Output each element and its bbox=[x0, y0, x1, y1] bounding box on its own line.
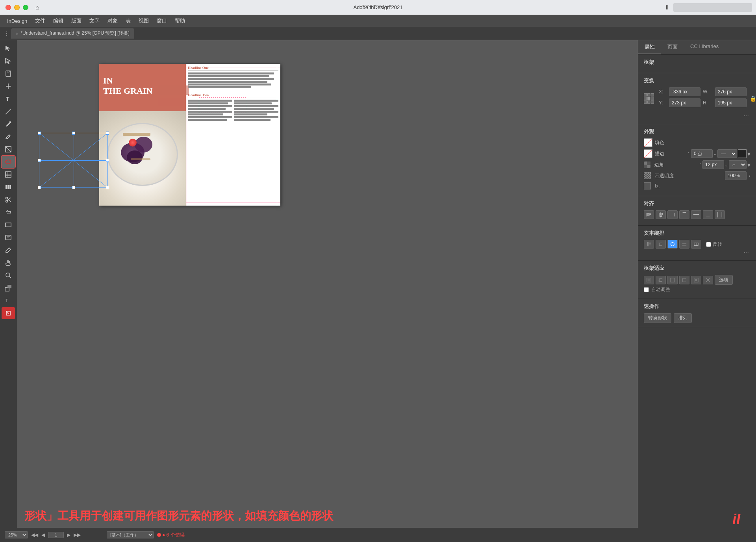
tab-pages[interactable]: 页面 bbox=[661, 40, 684, 54]
center-content[interactable] bbox=[691, 276, 701, 284]
wrap-object-shape[interactable] bbox=[667, 240, 678, 249]
zoom-tool[interactable] bbox=[2, 269, 15, 281]
stroke-value-input[interactable] bbox=[691, 149, 713, 158]
align-vertical-centers[interactable] bbox=[691, 210, 701, 219]
color-tool[interactable] bbox=[2, 282, 15, 294]
empty-frame-selected[interactable] bbox=[39, 133, 108, 188]
stroke-spinner-down[interactable]: ⌃ bbox=[713, 152, 717, 156]
mode-tool[interactable]: T bbox=[2, 295, 15, 306]
wrap-jump-object[interactable] bbox=[679, 240, 689, 249]
zoom-select[interactable]: 25% 50% 100% bbox=[5, 531, 28, 538]
pencil-tool[interactable] bbox=[2, 131, 15, 143]
maximize-button[interactable] bbox=[23, 5, 28, 10]
align-bottom-edges[interactable] bbox=[703, 210, 713, 219]
home-icon[interactable]: ⌂ bbox=[35, 4, 39, 11]
line-tool[interactable] bbox=[2, 106, 15, 117]
frame-tool[interactable] bbox=[2, 143, 15, 155]
type-tool[interactable]: T bbox=[2, 93, 15, 105]
fit-options-button[interactable]: 选项 bbox=[715, 275, 733, 285]
stroke-color-arrow[interactable]: ▾ bbox=[747, 150, 750, 158]
wrap-bounding-box[interactable] bbox=[656, 240, 666, 249]
opacity-expand[interactable]: › bbox=[749, 173, 750, 178]
direct-selection-tool[interactable] bbox=[2, 55, 15, 67]
auto-adjust-checkbox[interactable] bbox=[644, 287, 649, 292]
scissors-tool[interactable] bbox=[2, 194, 15, 206]
y-input[interactable] bbox=[669, 98, 700, 107]
transform-more[interactable]: ⋯ bbox=[644, 112, 750, 120]
minimize-button[interactable] bbox=[14, 5, 20, 10]
fit-frame-to-content[interactable] bbox=[656, 276, 666, 284]
transform-tool[interactable] bbox=[2, 206, 15, 218]
menu-window[interactable]: 窗口 bbox=[154, 17, 170, 25]
preview-tool[interactable] bbox=[2, 307, 15, 319]
table-tool[interactable] bbox=[2, 169, 15, 180]
opacity-label[interactable]: 不透明度 bbox=[655, 173, 674, 179]
corner-spin-up[interactable]: ⌃ bbox=[699, 163, 702, 167]
fill-swatch[interactable] bbox=[644, 138, 652, 147]
eyedropper-tool[interactable] bbox=[2, 244, 15, 256]
menu-layout[interactable]: 版面 bbox=[68, 17, 85, 25]
menu-view[interactable]: 视图 bbox=[135, 17, 152, 25]
menu-indesign[interactable]: InDesign bbox=[4, 17, 30, 25]
note-tool[interactable] bbox=[2, 232, 15, 243]
x-input[interactable] bbox=[669, 87, 700, 96]
stroke-spinner-up[interactable]: ⌃ bbox=[687, 152, 690, 156]
menu-file[interactable]: 文件 bbox=[32, 17, 48, 25]
menu-object[interactable]: 对象 bbox=[104, 17, 121, 25]
align-left-edges[interactable] bbox=[644, 210, 654, 219]
distribute-objects[interactable] bbox=[715, 210, 725, 219]
fit-content-to-frame[interactable] bbox=[644, 276, 654, 284]
tab-close-icon[interactable]: × bbox=[16, 31, 18, 36]
fx-label[interactable]: fx. bbox=[655, 183, 660, 189]
tab-dots-left[interactable]: ⋮ bbox=[2, 30, 11, 37]
hand-tool[interactable] bbox=[2, 257, 15, 269]
align-top-edges[interactable] bbox=[679, 210, 689, 219]
stroke-type-select[interactable]: — bbox=[717, 149, 737, 158]
page-tool[interactable] bbox=[2, 68, 15, 80]
clear-frame-fitting-options[interactable] bbox=[703, 276, 713, 284]
textwrap-more[interactable]: ⋯ bbox=[644, 249, 750, 256]
corner-value-input[interactable] bbox=[702, 160, 724, 169]
align-right-edges[interactable] bbox=[667, 210, 678, 219]
prev-spread-icon[interactable]: ◀◀ bbox=[31, 532, 38, 538]
reverse-checkbox[interactable] bbox=[706, 242, 711, 247]
transform-reference-grid[interactable] bbox=[644, 93, 654, 104]
next-spread-icon[interactable]: ▶▶ bbox=[74, 532, 81, 538]
corner-type-select[interactable]: ⌐ bbox=[729, 160, 747, 169]
next-page-icon[interactable]: ▶ bbox=[67, 532, 70, 538]
h-input[interactable] bbox=[715, 98, 747, 107]
lock-proportions-icon[interactable]: 🔒 bbox=[750, 95, 756, 102]
column-tool[interactable] bbox=[2, 181, 15, 193]
page-number-input[interactable] bbox=[48, 532, 64, 538]
menu-edit[interactable]: 编辑 bbox=[50, 17, 67, 25]
wrap-none[interactable] bbox=[644, 240, 654, 249]
menu-text[interactable]: 文字 bbox=[86, 17, 103, 25]
convert-shape-button[interactable]: 转换形状 bbox=[644, 313, 671, 323]
fill-frame-proportionally[interactable] bbox=[667, 276, 678, 284]
menu-help[interactable]: 帮助 bbox=[172, 17, 188, 25]
selection-tool[interactable] bbox=[2, 43, 15, 54]
gap-tool[interactable] bbox=[2, 80, 15, 92]
corner-type-arrow[interactable]: ▾ bbox=[747, 161, 750, 169]
stroke-color-swatch[interactable] bbox=[738, 149, 747, 158]
w-input[interactable] bbox=[715, 87, 747, 96]
arrange-button[interactable]: 排列 bbox=[674, 313, 692, 323]
close-button[interactable] bbox=[6, 5, 11, 10]
search-box[interactable] bbox=[673, 3, 752, 12]
document-tab[interactable]: × *Understand_frames.indd @ 25% [GPU 预览]… bbox=[11, 28, 134, 39]
pen-tool[interactable] bbox=[2, 118, 15, 130]
stroke-swatch[interactable] bbox=[644, 149, 652, 158]
tab-properties[interactable]: 属性 bbox=[638, 40, 661, 54]
headline-frame-selected[interactable] bbox=[199, 97, 246, 113]
canvas-area[interactable]: IN THE GRAIN bbox=[17, 40, 638, 528]
corner-spin-down[interactable]: ⌃ bbox=[725, 163, 728, 167]
view-mode-select[interactable]: [基本]（工作） bbox=[107, 531, 154, 538]
tab-cc-libraries[interactable]: CC Libraries bbox=[684, 40, 725, 54]
wrap-next-column[interactable] bbox=[691, 240, 701, 249]
error-indicator[interactable]: ● 6 个错误 bbox=[157, 532, 185, 538]
share-icon[interactable]: ⬆ bbox=[664, 4, 669, 11]
prev-page-icon[interactable]: ◀ bbox=[41, 532, 45, 538]
opacity-input[interactable] bbox=[725, 171, 747, 180]
align-horizontal-centers[interactable] bbox=[656, 210, 666, 219]
fit-content-proportionally[interactable] bbox=[679, 276, 689, 284]
